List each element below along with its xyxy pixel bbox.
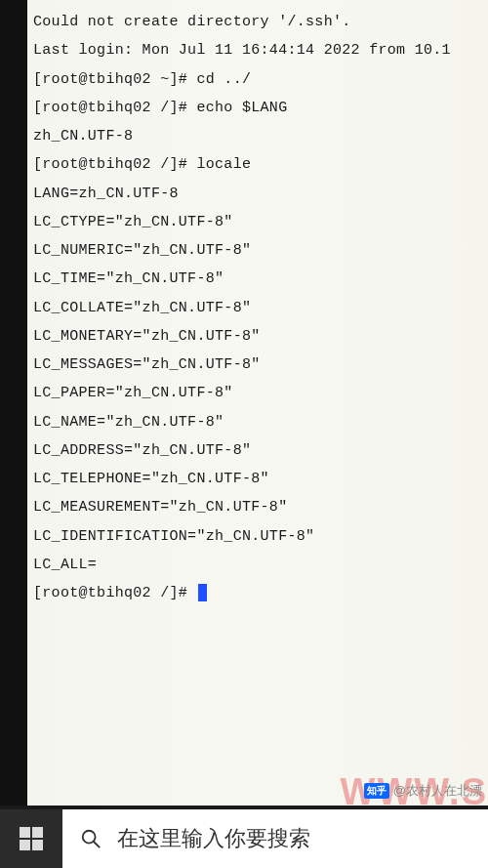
terminal-prompt: [root@tbihq02 /]# bbox=[33, 585, 196, 601]
svg-point-0 bbox=[83, 831, 96, 844]
terminal-output-line: LC_ADDRESS="zh_CN.UTF-8" bbox=[33, 436, 482, 465]
terminal-output-line: [root@tbihq02 /]# echo $LANG bbox=[33, 94, 482, 122]
terminal-prompt-line[interactable]: [root@tbihq02 /]# bbox=[33, 579, 482, 607]
windows-taskbar: 在这里输入你要搜索 bbox=[0, 806, 488, 868]
terminal-output-line: LC_COLLATE="zh_CN.UTF-8" bbox=[33, 294, 482, 322]
terminal-output-line: LC_MESSAGES="zh_CN.UTF-8" bbox=[33, 351, 482, 379]
taskbar-search-box[interactable]: 在这里输入你要搜索 bbox=[62, 809, 488, 868]
terminal-cursor bbox=[198, 584, 207, 601]
svg-line-1 bbox=[94, 842, 100, 847]
search-icon bbox=[80, 828, 102, 849]
terminal-output-line: LC_PAPER="zh_CN.UTF-8" bbox=[33, 379, 482, 407]
watermark-username: @农村人在北漂 bbox=[393, 782, 482, 800]
terminal-output-line: zh_CN.UTF-8 bbox=[33, 122, 482, 150]
terminal-output-line: LC_TIME="zh_CN.UTF-8" bbox=[33, 265, 482, 293]
search-placeholder-text: 在这里输入你要搜索 bbox=[117, 824, 310, 853]
monitor-bezel-left bbox=[0, 0, 27, 806]
terminal-output-line: LC_MEASUREMENT="zh_CN.UTF-8" bbox=[33, 493, 482, 521]
terminal-output-line: Could not create directory '/.ssh'. bbox=[33, 8, 482, 36]
terminal-output-line: [root@tbihq02 ~]# cd ../ bbox=[33, 65, 482, 94]
terminal-output-line: LC_ALL= bbox=[33, 551, 482, 579]
zhihu-logo-icon: 知乎 bbox=[364, 783, 389, 799]
windows-logo-icon bbox=[20, 827, 43, 850]
terminal-output-line: LC_TELEPHONE="zh_CN.UTF-8" bbox=[33, 465, 482, 493]
terminal-output-line: LC_NUMERIC="zh_CN.UTF-8" bbox=[33, 236, 482, 265]
terminal-output-line: LANG=zh_CN.UTF-8 bbox=[33, 180, 482, 208]
terminal-output-line: LC_IDENTIFICATION="zh_CN.UTF-8" bbox=[33, 522, 482, 551]
terminal-output-line: LC_MONETARY="zh_CN.UTF-8" bbox=[33, 322, 482, 351]
start-button[interactable] bbox=[0, 809, 62, 868]
terminal-output-line: Last login: Mon Jul 11 16:44:14 2022 fro… bbox=[33, 36, 482, 64]
watermark-attribution: 知乎 @农村人在北漂 bbox=[364, 782, 482, 800]
terminal-output-line: LC_NAME="zh_CN.UTF-8" bbox=[33, 408, 482, 436]
terminal-output-line: [root@tbihq02 /]# locale bbox=[33, 150, 482, 179]
terminal-window[interactable]: Could not create directory '/.ssh'. Last… bbox=[27, 0, 488, 806]
terminal-output-line: LC_CTYPE="zh_CN.UTF-8" bbox=[33, 208, 482, 236]
